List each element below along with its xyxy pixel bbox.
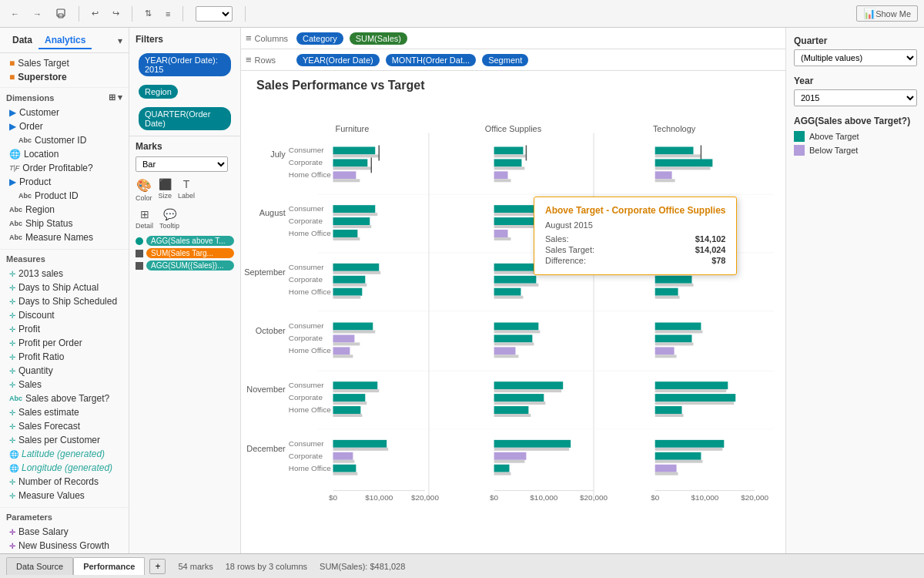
param-new-biz[interactable]: ✛New Business Growth bbox=[6, 539, 122, 553]
marks-tooltip-btn[interactable]: 💬 Tooltip bbox=[159, 208, 179, 230]
bar-nov-home-os-target bbox=[494, 414, 531, 417]
measure-sales-above[interactable]: AbcSales above Target? bbox=[6, 391, 122, 405]
measure-sales-per-customer[interactable]: ✛Sales per Customer bbox=[6, 433, 122, 447]
col-pill-category[interactable]: Category bbox=[296, 32, 343, 45]
toolbar-back-btn[interactable]: ← bbox=[6, 7, 24, 21]
dim-region[interactable]: Abc Region bbox=[6, 203, 122, 217]
dim-customer-id[interactable]: Abc Customer ID bbox=[15, 133, 122, 147]
param-icon2: ✛ bbox=[9, 542, 15, 550]
bar-july-home-furn bbox=[333, 171, 356, 179]
sidebar-options-icon[interactable]: ▾ bbox=[118, 35, 122, 46]
param-base-salary[interactable]: ✛Base Salary bbox=[6, 525, 122, 539]
month-july: July bbox=[270, 150, 286, 159]
toolbar-undo-btn[interactable]: ↩ bbox=[87, 6, 103, 21]
toolbar-fit-btn[interactable]: Entire View bbox=[191, 4, 237, 24]
marks-pill-1: AGG(Sales above T... bbox=[136, 236, 234, 246]
seg-aug-corp: Corporate bbox=[289, 217, 323, 225]
measure-sales-estimate[interactable]: ✛Sales estimate bbox=[6, 405, 122, 419]
row-pill-month[interactable]: MONTH(Order Dat... bbox=[386, 54, 476, 66]
toolbar-sort-btn[interactable]: ≡ bbox=[161, 7, 175, 21]
filter-year[interactable]: YEAR(Order Date): 2015 bbox=[134, 50, 236, 79]
tab-performance[interactable]: Performance bbox=[73, 557, 145, 575]
col-label-tech: Technology bbox=[653, 124, 696, 133]
measure-profit[interactable]: ✛Profit bbox=[6, 322, 122, 336]
dim-location[interactable]: 🌐 Location bbox=[6, 147, 122, 161]
seg-nov-home: Home Office bbox=[289, 405, 332, 414]
measure-num-records[interactable]: ✛Number of Records bbox=[6, 475, 122, 489]
rows-shelf: ≡ Rows YEAR(Order Date) MONTH(Order Dat.… bbox=[241, 49, 785, 71]
bar-july-consumer-furn-teal bbox=[333, 146, 375, 154]
marks-color-btn[interactable]: 🎨 Color bbox=[136, 178, 152, 202]
bar-oct-corp-tech-target bbox=[655, 342, 694, 345]
year-select[interactable]: 2015 bbox=[794, 89, 917, 106]
marks-label-btn[interactable]: T Label bbox=[178, 178, 195, 202]
row-pill-segment[interactable]: Segment bbox=[482, 54, 528, 66]
toolbar-forward-btn[interactable]: → bbox=[28, 7, 46, 21]
dim-ship-status[interactable]: Abc Ship Status bbox=[6, 217, 122, 230]
measure-2013sales[interactable]: ✛2013 sales bbox=[6, 267, 122, 281]
dim-product-id[interactable]: Abc Product ID bbox=[15, 189, 122, 203]
chart-svg: Furniture Office Supplies Technology Jul… bbox=[241, 96, 778, 553]
view-select[interactable]: Entire View bbox=[196, 6, 233, 22]
dim-order-profitable[interactable]: T|F Order Profitable? bbox=[6, 161, 122, 175]
marks-type-select[interactable]: Bar bbox=[136, 156, 228, 172]
toolbar-save-btn[interactable] bbox=[51, 6, 71, 22]
toolbar-redo-btn[interactable]: ↪ bbox=[108, 6, 124, 21]
abc-icon2: Abc bbox=[18, 192, 32, 200]
marks-size-btn[interactable]: ⬛ Size bbox=[159, 178, 172, 202]
measure-icon10: ✛ bbox=[9, 408, 15, 417]
measure-days-ship-sched[interactable]: ✛Days to Ship Scheduled bbox=[6, 294, 122, 308]
tooltip-target-value: $14,024 bbox=[695, 245, 726, 254]
row-pill-year[interactable]: YEAR(Order Date) bbox=[296, 54, 380, 66]
marks-pill-sum[interactable]: SUM(Sales Targ... bbox=[146, 248, 234, 258]
toolbar-divider bbox=[79, 6, 79, 22]
sidebar-tab-analytics[interactable]: Analytics bbox=[38, 32, 92, 49]
measure-quantity[interactable]: ✛Quantity bbox=[6, 364, 122, 378]
datasource-superstore[interactable]: ■ Superstore bbox=[6, 70, 122, 84]
measure-sales-forecast[interactable]: ✛Sales Forecast bbox=[6, 419, 122, 433]
sidebar-tab-data[interactable]: Data bbox=[6, 32, 38, 49]
filter-quarter-pill[interactable]: QUARTER(Order Date) bbox=[139, 107, 231, 130]
bar-oct-corp-os bbox=[494, 334, 533, 342]
dim-measure-names[interactable]: Abc Measure Names bbox=[6, 230, 122, 244]
marks-pill-agg2[interactable]: AGG(SUM({Sales})... bbox=[146, 260, 234, 271]
marks-pill-agg1[interactable]: AGG(Sales above T... bbox=[146, 236, 234, 246]
measure-sales[interactable]: ✛Sales bbox=[6, 378, 122, 391]
bar-dec-home-os-target bbox=[494, 472, 511, 476]
bar-july-consumer-tech bbox=[655, 146, 694, 154]
col-pill-sales[interactable]: SUM(Sales) bbox=[350, 32, 407, 45]
measure-discount[interactable]: ✛Discount bbox=[6, 308, 122, 322]
filter-quarter[interactable]: QUARTER(Order Date) bbox=[134, 104, 236, 133]
bar-aug-home-furn bbox=[333, 230, 357, 237]
measure-icon7: ✛ bbox=[9, 353, 15, 361]
toolbar-showme-btn[interactable]: 📊 Show Me bbox=[856, 5, 918, 22]
bar-aug-home-os bbox=[494, 230, 508, 237]
dimensions-options[interactable]: ⊞ ▾ bbox=[109, 92, 122, 102]
measure-profit-per-order[interactable]: ✛Profit per Order bbox=[6, 336, 122, 350]
quarter-select[interactable]: (Multiple values) bbox=[794, 49, 917, 66]
filter-year-pill[interactable]: YEAR(Order Date): 2015 bbox=[139, 53, 231, 76]
dim-customer[interactable]: ▶ Customer bbox=[6, 106, 122, 119]
xaxis-furn-20k: $20,000 bbox=[411, 493, 439, 502]
toolbar-swap-btn[interactable]: ⇅ bbox=[140, 6, 156, 21]
tooltip-date: August 2015 bbox=[545, 220, 725, 230]
bar-aug-corp-furn bbox=[333, 217, 370, 225]
marks-detail-btn[interactable]: ⊞ Detail bbox=[136, 208, 153, 230]
measure-profit-ratio[interactable]: ✛Profit Ratio bbox=[6, 350, 122, 364]
measure-measure-values[interactable]: ✛Measure Values bbox=[6, 489, 122, 502]
bar-july-home-os bbox=[494, 171, 508, 179]
add-tab-btn[interactable]: + bbox=[149, 559, 166, 574]
filter-region[interactable]: Region bbox=[134, 82, 236, 102]
dim-order[interactable]: ▶ Order bbox=[6, 119, 122, 133]
measure-latitude[interactable]: 🌐Latitude (generated) bbox=[6, 447, 122, 461]
filter-region-pill[interactable]: Region bbox=[139, 85, 178, 99]
measure-longitude[interactable]: 🌐Longitude (generated) bbox=[6, 461, 122, 475]
datasource-sales-target[interactable]: ■ Sales Target bbox=[6, 56, 122, 70]
dim-product[interactable]: ▶ Product bbox=[6, 175, 122, 189]
detail-icon: ⊞ bbox=[140, 208, 149, 220]
measure-days-ship-actual[interactable]: ✛Days to Ship Actual bbox=[6, 281, 122, 294]
measure-icon3: ✛ bbox=[9, 297, 15, 306]
param-icon: ✛ bbox=[9, 528, 15, 536]
measures-title: Measures bbox=[6, 254, 122, 264]
tab-datasource[interactable]: Data Source bbox=[6, 557, 73, 575]
